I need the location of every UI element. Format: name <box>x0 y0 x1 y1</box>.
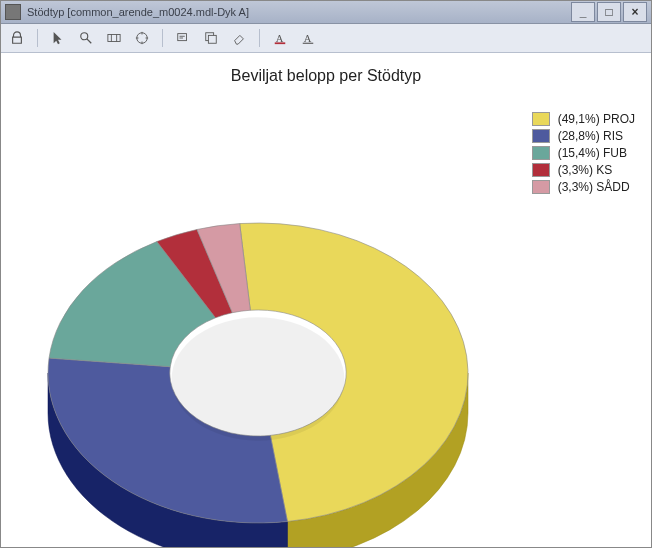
legend: (49,1%) PROJ (28,8%) RIS (15,4%) FUB (3,… <box>532 109 635 197</box>
target-icon[interactable] <box>132 28 152 48</box>
note-icon[interactable] <box>173 28 193 48</box>
minimize-button[interactable]: _ <box>571 2 595 22</box>
svg-rect-14 <box>208 35 216 43</box>
chart-area: Beviljat belopp per Stödtyp (49,1%) PROJ… <box>1 53 651 547</box>
app-icon <box>5 4 21 20</box>
legend-item: (3,3%) KS <box>532 163 635 177</box>
legend-item: (3,3%) SÅDD <box>532 180 635 194</box>
toolbar-separator <box>259 29 260 47</box>
data-label-icon[interactable] <box>104 28 124 48</box>
svg-line-1 <box>87 39 91 43</box>
svg-rect-2 <box>108 35 120 42</box>
legend-label: (15,4%) FUB <box>558 146 627 160</box>
svg-rect-16 <box>275 42 286 44</box>
legend-label: (3,3%) KS <box>558 163 613 177</box>
legend-label: (3,3%) SÅDD <box>558 180 630 194</box>
svg-point-0 <box>81 33 88 40</box>
font-underline-icon[interactable]: A <box>298 28 318 48</box>
window-title: Stödtyp [common_arende_m0024.mdl-Dyk A] <box>27 6 571 18</box>
font-color-icon[interactable]: A <box>270 28 290 48</box>
svg-text:A: A <box>304 33 312 44</box>
toolbar-separator <box>37 29 38 47</box>
donut-chart <box>23 203 493 547</box>
titlebar: Stödtyp [common_arende_m0024.mdl-Dyk A] … <box>1 1 651 24</box>
legend-swatch <box>532 146 550 160</box>
svg-point-19 <box>172 317 345 440</box>
app-window: Stödtyp [common_arende_m0024.mdl-Dyk A] … <box>0 0 652 548</box>
window-buttons: _ □ × <box>571 2 647 22</box>
legend-label: (28,8%) RIS <box>558 129 623 143</box>
cursor-icon[interactable] <box>48 28 68 48</box>
toolbar-separator <box>162 29 163 47</box>
toolbar: A A <box>1 24 651 53</box>
legend-item: (15,4%) FUB <box>532 146 635 160</box>
svg-rect-10 <box>178 34 187 41</box>
legend-swatch <box>532 180 550 194</box>
legend-swatch <box>532 112 550 126</box>
eraser-icon[interactable] <box>229 28 249 48</box>
legend-item: (49,1%) PROJ <box>532 112 635 126</box>
legend-swatch <box>532 163 550 177</box>
layers-icon[interactable] <box>201 28 221 48</box>
magnify-icon[interactable] <box>76 28 96 48</box>
chart-title: Beviljat belopp per Stödtyp <box>1 67 651 85</box>
lock-icon[interactable] <box>7 28 27 48</box>
close-button[interactable]: × <box>623 2 647 22</box>
legend-swatch <box>532 129 550 143</box>
maximize-button[interactable]: □ <box>597 2 621 22</box>
svg-text:A: A <box>276 33 284 44</box>
legend-item: (28,8%) RIS <box>532 129 635 143</box>
legend-label: (49,1%) PROJ <box>558 112 635 126</box>
